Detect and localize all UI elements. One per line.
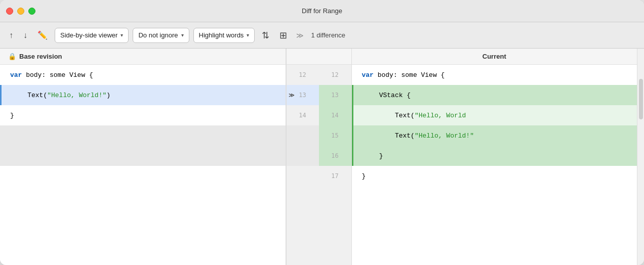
up-button[interactable]: ↑ [6,29,16,42]
scrollbar-thumb[interactable] [639,79,643,119]
left-code-panel: var body: some View { Text("Hello, World… [0,65,286,265]
gutter-left-12: 12 [287,65,319,85]
gutter-left-13: ≫ 13 [287,85,319,105]
close-button[interactable] [6,8,13,15]
right-line-13: VStack { [352,85,637,105]
code-text: } [364,152,383,160]
highlight-dropdown[interactable]: Highlight words ▾ [193,28,255,43]
gutter: 12 ≫ 13 14 12 13 14 15 16 [286,49,352,265]
down-icon: ↓ [23,31,27,40]
titlebar: Diff for Range [0,0,644,22]
gutter-left-15-empty [287,125,319,146]
diff-count: 1 difference [311,31,345,39]
right-code-panel: var body: some View { VStack { Text("Hel… [352,65,637,265]
code-text: Text("Hello, World [364,112,466,119]
code-text: var body: some View { [10,71,93,79]
down-button[interactable]: ↓ [20,29,30,42]
code-text: VStack { [364,92,411,99]
lock-icon: 🔒 [8,53,16,60]
viewer-label: Side-by-side viewer [60,31,117,39]
right-line-12: var body: some View { [352,65,637,85]
gutter-left-col: 12 ≫ 13 14 [287,65,319,265]
collapse-button[interactable]: ⇅ [259,28,272,43]
gutter-right-col: 12 13 14 15 16 17 [319,65,351,265]
left-line-15-empty [0,125,286,146]
viewer-dropdown[interactable]: Side-by-side viewer ▾ [55,28,129,43]
gutter-left-14: 14 [287,105,319,125]
highlight-label: Highlight words [199,31,244,39]
right-panel: Current var body: some View { VStack { T… [352,49,637,265]
gutter-left-16-empty [287,146,319,166]
edit-button[interactable]: ✏️ [34,28,51,42]
right-panel-header: Current [352,49,637,65]
maximize-button[interactable] [28,8,35,15]
right-panel-title: Current [482,53,506,60]
chevron-down-icon: ▾ [247,32,249,38]
right-line-17: } [352,166,637,186]
diff-area: 🔒 Base revision var body: some View { Te… [0,49,644,265]
code-text: var body: some View { [362,71,445,79]
gutter-right-16: 16 [319,146,351,166]
left-line-14: } [0,105,286,125]
up-icon: ↑ [9,31,13,40]
left-panel: 🔒 Base revision var body: some View { Te… [0,49,286,265]
right-line-14: Text("Hello, World [352,105,637,125]
columns-button[interactable]: ⊞ [276,28,290,43]
window-title: Diff for Range [302,7,342,15]
traffic-lights [6,8,35,15]
code-text: Text("Hello, World!") [12,92,110,99]
minimize-button[interactable] [17,8,24,15]
code-text: } [362,172,366,180]
gutter-header [287,49,351,65]
toolbar: ↑ ↓ ✏️ Side-by-side viewer ▾ Do not igno… [0,22,644,49]
chevron-down-icon: ▾ [181,32,184,38]
ignore-dropdown[interactable]: Do not ignore ▾ [133,28,189,43]
gutter-right-14: 14 [319,105,351,125]
edit-icon: ✏️ [37,30,48,40]
left-line-13: Text("Hello, World!") [0,85,286,105]
gutter-right-15: 15 [319,125,351,146]
right-line-15: Text("Hello, World!" [352,125,637,146]
diff-arrow-icon: ≫ [289,92,295,99]
gutter-lines: 12 ≫ 13 14 12 13 14 15 16 [287,65,351,265]
app-window: Diff for Range ↑ ↓ ✏️ Side-by-side viewe… [0,0,644,265]
gutter-left-17 [287,166,319,186]
left-line-16-empty [0,146,286,166]
right-line-16: } [352,146,637,166]
ignore-label: Do not ignore [138,31,178,39]
more-icon: ≫ [296,31,304,39]
code-text: Text("Hello, World!" [364,132,474,140]
code-text: } [10,112,14,119]
columns-icon: ⊞ [279,30,287,41]
left-line-12: var body: some View { [0,65,286,85]
gutter-right-17: 17 [319,166,351,186]
gutter-right-12: 12 [319,65,351,85]
left-panel-title: Base revision [19,53,62,60]
gutter-right-13: 13 [319,85,351,105]
collapse-icon: ⇅ [262,30,269,41]
left-panel-header: 🔒 Base revision [0,49,286,65]
scrollbar[interactable] [637,49,644,265]
chevron-down-icon: ▾ [120,32,123,38]
